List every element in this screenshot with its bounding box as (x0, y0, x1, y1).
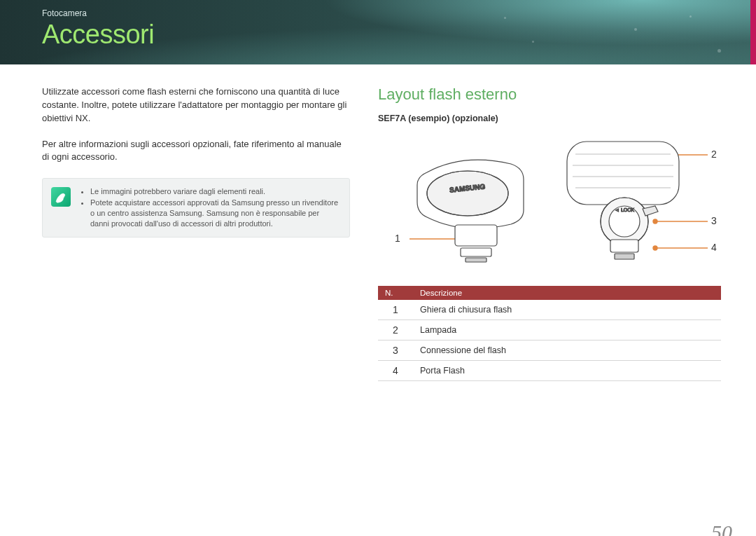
chapter-label: Fotocamera (42, 8, 87, 18)
svg-point-6 (653, 246, 657, 250)
intro-paragraph-2: Per altre informazioni sugli accessori o… (42, 138, 350, 165)
svg-rect-23 (615, 254, 634, 259)
svg-rect-12 (465, 258, 486, 262)
page-title: Accessori (42, 20, 154, 50)
svg-point-5 (653, 219, 657, 224)
section-heading: Layout flash esterno (378, 85, 721, 104)
table-row: 2 Lampada (378, 320, 721, 341)
left-column: Utilizzate accessori come flash esterni … (42, 85, 350, 536)
page-header: Fotocamera Accessori (0, 0, 756, 64)
cell-desc: Connessione del flash (413, 341, 721, 361)
note-item: Potete acquistare accessori approvati da… (90, 198, 340, 229)
table-row: 1 Ghiera di chiusura flash (378, 300, 721, 320)
cell-desc: Porta Flash (413, 361, 721, 381)
table-row: 3 Connessione del flash (378, 341, 721, 361)
cell-n: 2 (378, 320, 413, 341)
callout-3: 3 (711, 215, 717, 226)
cell-n: 4 (378, 361, 413, 381)
svg-text:◄ LOCK: ◄ LOCK (615, 207, 634, 212)
cell-n: 1 (378, 300, 413, 320)
parts-table: N. Descrizione 1 Ghiera di chiusura flas… (378, 286, 721, 381)
callout-2: 2 (711, 149, 717, 160)
svg-rect-22 (610, 240, 638, 252)
table-row: 4 Porta Flash (378, 361, 721, 381)
note-box: Le immagini potrebbero variare dagli ele… (42, 178, 350, 237)
page-number: 50 (711, 521, 732, 536)
svg-rect-10 (455, 225, 497, 246)
right-column: Layout flash esterno SEF7A (esempio) (op… (378, 85, 721, 536)
note-icon (51, 187, 71, 207)
table-head-desc: Descrizione (413, 286, 721, 300)
intro-paragraph-1: Utilizzate accessori come flash esterni … (42, 85, 350, 125)
svg-rect-11 (461, 248, 491, 256)
callout-4: 4 (711, 242, 717, 253)
flash-diagram: SAMSUNG (378, 130, 721, 277)
svg-rect-13 (567, 142, 679, 205)
callout-1: 1 (395, 233, 400, 244)
section-subtitle: SEF7A (esempio) (opzionale) (378, 114, 721, 123)
cell-n: 3 (378, 341, 413, 361)
note-item: Le immagini potrebbero variare dagli ele… (90, 186, 340, 197)
table-head-n: N. (378, 286, 413, 300)
cell-desc: Ghiera di chiusura flash (413, 300, 721, 320)
cell-desc: Lampada (413, 320, 721, 341)
